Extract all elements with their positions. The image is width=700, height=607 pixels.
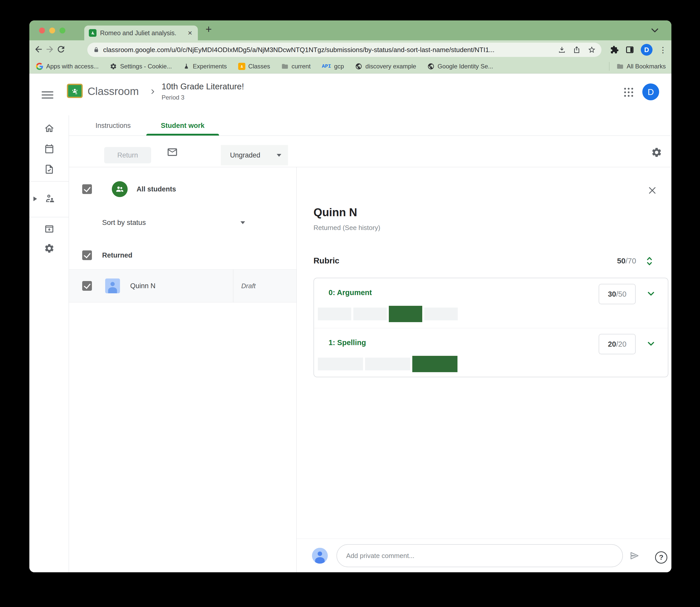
chevron-down-icon — [241, 221, 245, 224]
google-g-icon — [36, 63, 43, 70]
browser-tab[interactable]: Romeo and Juliet analysis. × — [84, 25, 198, 40]
bookmark-item[interactable]: Settings - Cookie... — [110, 63, 172, 70]
chevron-down-icon[interactable] — [646, 338, 656, 350]
criterion-score-box[interactable]: 20/20 — [599, 334, 636, 354]
url-text: classroom.google.com/u/0/c/NjEyMDI4ODIxM… — [103, 46, 555, 54]
student-row[interactable]: Quinn N Draft — [69, 269, 296, 302]
bookmarks-divider — [609, 62, 610, 71]
breadcrumb[interactable]: 10th Grade Literature! Period 3 — [162, 82, 244, 101]
points-dropdown[interactable]: Ungraded — [221, 145, 288, 165]
sort-dropdown[interactable]: Sort by status — [102, 216, 245, 229]
rubric-expand-icon[interactable] — [645, 255, 654, 268]
returned-group-label: Returned — [102, 251, 132, 259]
bookmark-star-icon[interactable] — [588, 46, 596, 54]
app-header: Classroom 10th Grade Literature! Period … — [29, 74, 672, 116]
forward-button[interactable] — [44, 44, 56, 55]
grading-settings-icon[interactable] — [651, 147, 662, 159]
selected-level-segment[interactable] — [412, 356, 457, 372]
bookmark-item[interactable]: current — [281, 63, 311, 70]
back-button[interactable] — [33, 44, 44, 55]
all-bookmarks-button[interactable]: All Bookmarks — [617, 63, 666, 70]
calendar-icon[interactable] — [44, 144, 55, 154]
zoom-window-button[interactable] — [60, 27, 65, 34]
course-period: Period 3 — [162, 94, 244, 101]
install-icon[interactable] — [558, 46, 566, 54]
criterion-level-segments[interactable] — [318, 358, 457, 370]
settings-icon[interactable] — [44, 243, 55, 254]
bookmark-item[interactable]: Classes — [238, 63, 270, 70]
tab-close-icon[interactable]: × — [187, 29, 193, 37]
rubric-criterion[interactable]: 0: Argument 30/50 — [314, 278, 668, 328]
rubric-card: 0: Argument 30/50 1: Spelling 20/20 — [313, 278, 668, 377]
teaching-icon[interactable] — [44, 192, 56, 204]
todo-icon[interactable] — [44, 164, 55, 174]
rubric-header: Rubric 50/70 — [313, 254, 656, 268]
share-icon[interactable] — [573, 46, 580, 54]
detail-status-line[interactable]: Returned (See history) — [313, 224, 380, 232]
private-comment-input[interactable] — [336, 544, 623, 567]
browser-toolbar: classroom.google.com/u/0/c/NjEyMDI4ODIxM… — [29, 40, 672, 59]
criterion-level-segments[interactable] — [318, 308, 458, 320]
window-controls — [39, 27, 65, 34]
sort-dropdown-value: Sort by status — [102, 218, 146, 227]
returned-group-row[interactable]: Returned — [69, 248, 296, 263]
rubric-criterion[interactable]: 1: Spelling 20/20 — [314, 328, 668, 378]
rubric-label: Rubric — [313, 256, 339, 266]
chrome-menu-icon[interactable]: ⋮ — [659, 45, 667, 55]
bookmark-item[interactable]: API gcp — [322, 63, 344, 70]
browser-profile-avatar[interactable]: D — [641, 44, 653, 56]
criterion-score-box[interactable]: 30/50 — [599, 284, 636, 304]
level-segment[interactable] — [365, 358, 410, 370]
level-segment[interactable] — [318, 358, 363, 370]
level-segment[interactable] — [424, 308, 458, 320]
app-name[interactable]: Classroom — [87, 85, 139, 98]
selected-level-segment[interactable] — [389, 306, 422, 322]
close-icon[interactable] — [647, 186, 657, 196]
teacher-avatar — [312, 548, 328, 564]
all-students-checkbox[interactable] — [82, 184, 92, 194]
browser-window: Romeo and Juliet analysis. × + classroom… — [29, 20, 672, 572]
tab-search-chevron-icon[interactable] — [651, 27, 659, 35]
extensions-icon[interactable] — [610, 45, 619, 54]
level-segment[interactable] — [353, 308, 387, 320]
side-panel-icon[interactable] — [625, 45, 634, 54]
tab-student-work[interactable]: Student work — [146, 116, 219, 136]
bookmark-item[interactable]: Experiments — [183, 63, 227, 70]
account-avatar[interactable]: D — [642, 83, 659, 100]
archive-icon[interactable] — [44, 224, 55, 234]
comment-divider — [297, 539, 672, 539]
globe-icon — [355, 63, 362, 70]
reload-button[interactable] — [56, 44, 67, 55]
classroom-logo-icon[interactable] — [67, 84, 83, 98]
address-bar[interactable]: classroom.google.com/u/0/c/NjEyMDI4ODIxM… — [87, 43, 601, 57]
expand-arrow-icon[interactable] — [34, 196, 37, 201]
bookmark-item[interactable]: Apps with access... — [36, 63, 99, 70]
private-comment-row: ? — [297, 544, 672, 567]
criterion-title: 1: Spelling — [329, 338, 366, 347]
breadcrumb-chevron-icon — [149, 88, 156, 96]
send-icon[interactable] — [629, 550, 640, 563]
chevron-down-icon[interactable] — [646, 289, 656, 300]
close-window-button[interactable] — [39, 27, 45, 34]
new-tab-button[interactable]: + — [206, 24, 212, 35]
bookmark-item[interactable]: discovery example — [355, 63, 416, 70]
level-segment[interactable] — [318, 308, 351, 320]
student-checkbox[interactable] — [82, 281, 92, 291]
tab-instructions[interactable]: Instructions — [89, 116, 137, 136]
minimize-window-button[interactable] — [49, 27, 55, 34]
student-name: Quinn N — [130, 282, 156, 290]
return-button[interactable]: Return — [104, 147, 151, 163]
course-title: 10th Grade Literature! — [162, 82, 244, 91]
bookmark-item[interactable]: Google Identity Se... — [427, 63, 493, 70]
email-icon[interactable] — [167, 147, 178, 159]
assignment-tabs: Instructions Student work — [69, 116, 672, 136]
home-icon[interactable] — [44, 123, 55, 134]
returned-group-checkbox[interactable] — [82, 250, 92, 260]
student-detail-panel: Quinn N Returned (See history) Rubric 50… — [297, 167, 672, 572]
detail-student-name: Quinn N — [313, 206, 357, 219]
all-students-row[interactable]: All students — [69, 182, 296, 197]
grading-toolbar: Return Ungraded — [69, 136, 672, 167]
google-apps-icon[interactable] — [624, 88, 633, 97]
main-menu-icon[interactable] — [42, 89, 53, 101]
help-icon[interactable]: ? — [655, 551, 667, 564]
